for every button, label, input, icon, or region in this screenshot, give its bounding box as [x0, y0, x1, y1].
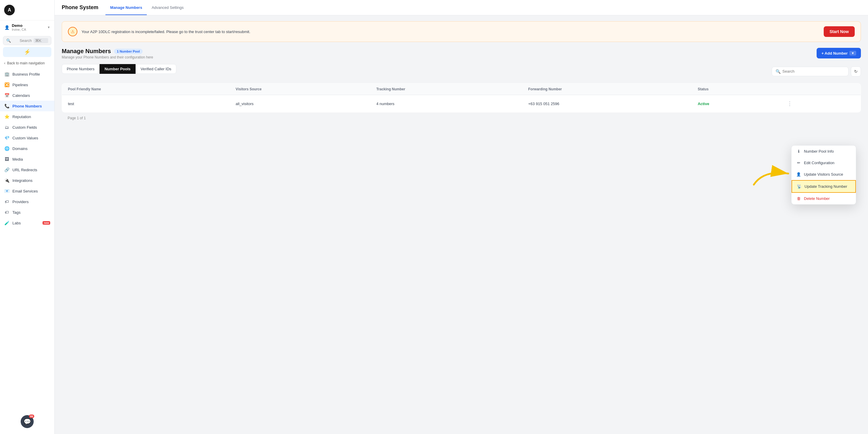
- table-search[interactable]: 🔍: [772, 67, 848, 76]
- menu-item-delete-number[interactable]: 🗑 Delete Number: [792, 193, 856, 204]
- status-badge: Active: [698, 101, 709, 106]
- add-number-button[interactable]: + Add Number ▼: [816, 48, 861, 58]
- col-forwarding-number: Forwarding Number: [523, 84, 692, 95]
- content-area: ⚠ Your A2P 10DLC registration is incompl…: [55, 16, 868, 434]
- col-status: Status: [692, 84, 778, 95]
- app-logo: A: [0, 0, 54, 20]
- cell-pool-name: test: [62, 95, 230, 113]
- chat-badge: 66: [29, 414, 34, 418]
- sidebar-item-media[interactable]: 🖼 Media: [0, 154, 54, 164]
- chevron-down-icon: ▼: [47, 26, 50, 29]
- sidebar-item-label: Media: [12, 157, 50, 161]
- menu-item-edit-configuration[interactable]: ✏ Edit Configuration: [792, 157, 856, 168]
- sidebar-item-reputation[interactable]: ⭐ Reputation: [0, 111, 54, 122]
- url-redirects-icon: 🔗: [4, 167, 9, 173]
- sidebar-item-label: Integrations: [12, 178, 50, 183]
- search-input[interactable]: [782, 69, 845, 73]
- sidebar-item-phone-numbers[interactable]: 📞 Phone Numbers: [0, 101, 54, 111]
- search-label: Search: [20, 38, 32, 43]
- menu-item-number-pool-info[interactable]: ℹ Number Pool Info: [792, 146, 856, 157]
- sidebar-item-custom-values[interactable]: 💎 Custom Values: [0, 132, 54, 143]
- tags-icon: 🏷: [4, 210, 9, 215]
- sidebar-search[interactable]: 🔍 Search ⌘K: [3, 36, 52, 45]
- sidebar-item-label: Domains: [12, 147, 50, 151]
- col-actions: [779, 84, 861, 95]
- app-avatar: A: [4, 5, 15, 16]
- sidebar-item-labs[interactable]: 🧪 Labs new: [0, 218, 54, 228]
- cell-tracking-number: 4 numbers: [370, 95, 522, 113]
- labs-icon: 🧪: [4, 220, 9, 225]
- menu-item-label: Edit Configuration: [804, 161, 834, 165]
- add-number-label: + Add Number: [822, 51, 848, 56]
- menu-item-label: Update Visitors Source: [804, 172, 843, 177]
- page-title: Phone System: [62, 4, 98, 11]
- cell-status: Active: [692, 95, 778, 113]
- integrations-icon: 🔌: [4, 178, 9, 183]
- sidebar-item-label: Custom Values: [12, 136, 50, 140]
- sidebar-item-label: Business Profile: [12, 72, 50, 76]
- sidebar-item-custom-fields[interactable]: 🗂 Custom Fields: [0, 122, 54, 132]
- user-icon: 👤: [4, 25, 9, 30]
- sidebar-item-pipelines[interactable]: 🔀 Pipelines: [0, 80, 54, 90]
- section-title-row: Manage Numbers 1 Number Pool: [62, 48, 153, 55]
- edit-icon: ✏: [796, 161, 801, 165]
- user-profile[interactable]: 👤 Demo Irvine, CA ▼: [0, 20, 54, 34]
- sidebar-item-providers[interactable]: 🏷 Providers: [0, 196, 54, 207]
- pipelines-icon: 🔀: [4, 82, 9, 87]
- number-pool-badge: 1 Number Pool: [114, 49, 143, 54]
- menu-item-update-tracking-number[interactable]: 📡 Update Tracking Number: [792, 180, 856, 193]
- sidebar-item-tags[interactable]: 🏷 Tags: [0, 207, 54, 218]
- menu-item-label: Number Pool Info: [804, 149, 834, 154]
- cell-row-menu[interactable]: ⋮: [779, 95, 861, 113]
- custom-fields-icon: 🗂: [4, 125, 9, 130]
- lightning-button[interactable]: ⚡: [3, 47, 52, 57]
- back-label: Back to main navigation: [7, 61, 44, 65]
- table-footer: Page 1 of 1: [62, 113, 861, 124]
- user-location: Irvine, CA: [12, 28, 45, 31]
- back-navigation[interactable]: ‹ Back to main navigation: [0, 59, 54, 68]
- pill-tab-number-pools[interactable]: Number Pools: [99, 64, 135, 74]
- phone-numbers-icon: 📞: [4, 103, 9, 108]
- sidebar-item-domains[interactable]: 🌐 Domains: [0, 143, 54, 154]
- menu-item-update-visitors-source[interactable]: 👤 Update Visitors Source: [792, 168, 856, 180]
- user-icon: 👤: [796, 172, 801, 177]
- tab-manage-numbers[interactable]: Manage Numbers: [105, 1, 147, 15]
- sidebar-item-url-redirects[interactable]: 🔗 URL Redirects: [0, 164, 54, 175]
- back-icon: ‹: [4, 61, 5, 65]
- alert-icon: ⚠: [68, 27, 78, 36]
- table-row: test all_visitors 4 numbers +63 915 051 …: [62, 95, 861, 113]
- sidebar-item-label: Custom Fields: [12, 125, 50, 130]
- sidebar-item-label: Calendars: [12, 93, 50, 98]
- col-visitors-source: Visitors Source: [230, 84, 370, 95]
- labs-new-badge: new: [42, 221, 50, 225]
- chat-bubble-button[interactable]: 💬 66: [21, 415, 34, 428]
- sidebar-item-email-services[interactable]: 📧 Email Services: [0, 186, 54, 196]
- alert-message: Your A2P 10DLC registration is incomplet…: [82, 30, 819, 34]
- user-name: Demo: [12, 23, 45, 28]
- search-shortcut: ⌘K: [34, 38, 48, 43]
- sidebar-item-business-profile[interactable]: 🏢 Business Profile: [0, 69, 54, 80]
- custom-values-icon: 💎: [4, 135, 9, 141]
- start-now-button[interactable]: Start Now: [824, 26, 855, 37]
- menu-item-label: Delete Number: [804, 196, 830, 201]
- col-tracking-number: Tracking Number: [370, 84, 522, 95]
- pill-tab-phone-numbers[interactable]: Phone Numbers: [62, 64, 99, 74]
- pill-tab-verified-caller-ids[interactable]: Verified Caller IDs: [135, 64, 176, 74]
- sidebar-item-label: Pipelines: [12, 83, 50, 87]
- info-icon: ℹ: [796, 149, 801, 154]
- row-menu-button[interactable]: ⋮: [785, 99, 795, 108]
- sidebar-item-label: URL Redirects: [12, 168, 50, 172]
- sidebar: A 👤 Demo Irvine, CA ▼ 🔍 Search ⌘K ⚡ ‹ Ba…: [0, 0, 55, 434]
- context-menu: ℹ Number Pool Info ✏ Edit Configuration …: [791, 145, 856, 205]
- sidebar-item-calendars[interactable]: 📅 Calendars: [0, 90, 54, 101]
- col-pool-name: Pool Friendly Name: [62, 84, 230, 95]
- search-icon: 🔍: [6, 38, 18, 43]
- cell-visitors-source: all_visitors: [230, 95, 370, 113]
- tab-advanced-settings[interactable]: Advanced Settings: [147, 1, 188, 15]
- sidebar-item-integrations[interactable]: 🔌 Integrations: [0, 175, 54, 186]
- tracking-icon: 📡: [797, 184, 802, 189]
- domains-icon: 🌐: [4, 146, 9, 151]
- refresh-icon: ↻: [854, 69, 858, 74]
- add-number-caret: ▼: [849, 51, 856, 56]
- refresh-button[interactable]: ↻: [851, 66, 861, 76]
